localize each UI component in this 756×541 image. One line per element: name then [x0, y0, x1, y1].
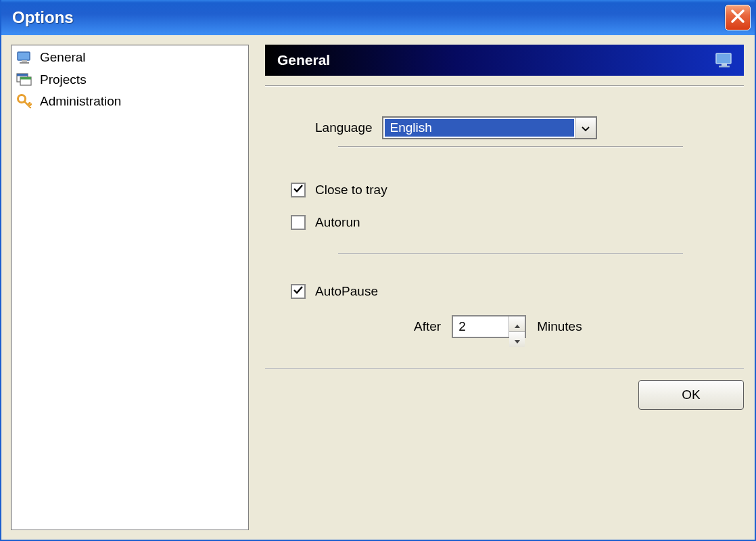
client-area: General Projects Administration General [1, 35, 755, 540]
dropdown-arrow-button[interactable] [575, 118, 596, 138]
language-dropdown[interactable]: English [382, 116, 597, 139]
after-value: 2 [453, 316, 509, 337]
sidebar-item-projects[interactable]: Projects [11, 69, 248, 91]
svg-rect-9 [722, 64, 727, 66]
ok-button-label: OK [682, 387, 700, 402]
spinner-up-button[interactable] [509, 316, 525, 331]
autorun-row: Autorun [265, 215, 744, 230]
sidebar-item-label: General [40, 49, 86, 67]
chevron-down-icon [582, 120, 590, 135]
autopause-label: AutoPause [315, 284, 378, 299]
language-value: English [385, 119, 574, 137]
svg-rect-4 [17, 74, 28, 76]
chevron-up-icon [515, 316, 520, 331]
sidebar: General Projects Administration [11, 45, 249, 530]
autopause-checkbox[interactable] [291, 284, 306, 299]
options-window: Options General Projects [0, 0, 756, 541]
window-title: Options [12, 8, 725, 27]
check-icon [293, 183, 304, 197]
after-minutes-spinner[interactable]: 2 [452, 315, 526, 338]
spinner-buttons [509, 316, 525, 337]
divider [265, 85, 744, 87]
svg-rect-8 [716, 53, 731, 64]
svg-rect-2 [20, 62, 29, 64]
sidebar-item-label: Projects [40, 71, 87, 89]
button-row: OK [265, 380, 744, 410]
autopause-after-row: After 2 Minutes [265, 315, 744, 338]
divider [338, 146, 683, 147]
chevron-down-icon [515, 332, 520, 347]
sidebar-item-administration[interactable]: Administration [11, 91, 248, 113]
section-title: General [277, 52, 330, 68]
after-label: After [414, 319, 441, 334]
autorun-checkbox[interactable] [291, 215, 306, 230]
svg-rect-6 [20, 77, 31, 80]
main-panel: General Language English [265, 45, 744, 530]
close-button[interactable] [725, 5, 751, 30]
close-to-tray-checkbox[interactable] [291, 183, 306, 197]
divider [338, 253, 683, 254]
section-header: General [265, 45, 744, 76]
after-unit-label: Minutes [537, 319, 582, 334]
monitor-icon [714, 51, 734, 70]
check-icon [293, 284, 304, 299]
sidebar-item-general[interactable]: General [11, 47, 248, 69]
svg-rect-0 [18, 52, 30, 60]
divider [265, 368, 744, 369]
close-to-tray-row: Close to tray [265, 183, 744, 197]
language-row: Language English [265, 116, 744, 139]
sidebar-item-label: Administration [40, 93, 121, 111]
svg-rect-1 [22, 60, 27, 62]
svg-rect-10 [719, 66, 730, 68]
close-to-tray-label: Close to tray [315, 183, 387, 197]
language-label: Language [315, 120, 373, 135]
monitor-icon [16, 49, 33, 66]
close-icon [730, 9, 745, 27]
titlebar: Options [1, 0, 755, 35]
window-icon [16, 71, 33, 89]
key-icon [16, 93, 33, 110]
ok-button[interactable]: OK [638, 380, 744, 410]
autopause-row: AutoPause [265, 284, 744, 299]
spinner-down-button[interactable] [509, 331, 525, 347]
autorun-label: Autorun [315, 215, 360, 230]
